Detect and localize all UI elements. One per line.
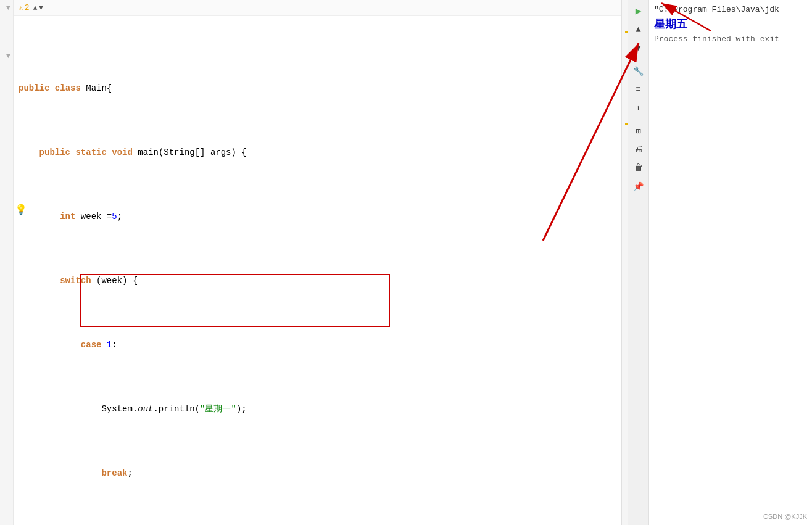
wrench-button[interactable]: 🔧 — [630, 62, 647, 80]
grid-button[interactable]: ⊞ — [630, 122, 647, 139]
code-content: public class Main{ public static void ma… — [14, 16, 621, 525]
pin-button[interactable]: 📌 — [630, 178, 647, 195]
main-wrapper: ▼ ▼ — [0, 0, 812, 525]
output-result: 星期五 — [654, 19, 807, 31]
nav-down-btn[interactable]: ▼ — [39, 4, 43, 12]
print-button[interactable]: 🖨 — [630, 141, 647, 158]
code-line: System.out.println("星期一"); — [14, 401, 621, 417]
output-exit-text: Process finished with exit — [654, 33, 807, 46]
right-toolbar: ▶ ▲ ▼ 🔧 ≡ ⬆ ⊞ 🖨 🗑 📌 — [628, 0, 648, 525]
code-line: int week =5; — [14, 209, 621, 225]
scrollbar[interactable] — [621, 0, 628, 525]
up-button[interactable]: ▲ — [630, 21, 647, 38]
delete-button[interactable]: 🗑 — [630, 159, 647, 176]
lightbulb-icon[interactable]: 💡 — [15, 204, 27, 216]
lines-button[interactable]: ≡ — [630, 81, 647, 98]
scroll-up-button[interactable]: ⬆ — [630, 99, 647, 117]
scroll-mark-2 — [625, 123, 628, 125]
code-wrapper: ⚠ 2 ▲ ▼ 💡 public class Main{ public stat… — [14, 0, 621, 525]
code-line: switch (week) { — [14, 273, 621, 289]
down-button[interactable]: ▼ — [630, 39, 647, 57]
code-line: public static void main(String[] args) { — [14, 144, 621, 160]
code-line: break; — [14, 465, 621, 481]
output-content: "C:\Program Files\Java\jdk 星期五 Process f… — [649, 0, 812, 49]
watermark: CSDN @KJJK — [763, 513, 807, 520]
nav-up-btn[interactable]: ▲ — [33, 4, 38, 12]
left-panel: ▼ ▼ — [0, 0, 628, 525]
code-line: case 1: — [14, 337, 621, 353]
toolbar-separator-2 — [631, 120, 646, 120]
output-panel: "C:\Program Files\Java\jdk 星期五 Process f… — [648, 0, 812, 525]
code-line: public class Main{ — [14, 80, 621, 96]
output-path: "C:\Program Files\Java\jdk — [654, 4, 807, 16]
warning-icon: ⚠ — [19, 3, 23, 13]
toolbar-separator — [631, 60, 646, 60]
run-button[interactable]: ▶ — [630, 2, 647, 20]
line-numbers: ▼ ▼ — [0, 0, 14, 525]
scroll-mark-1 — [625, 31, 628, 33]
warning-count: 2 — [25, 3, 30, 12]
